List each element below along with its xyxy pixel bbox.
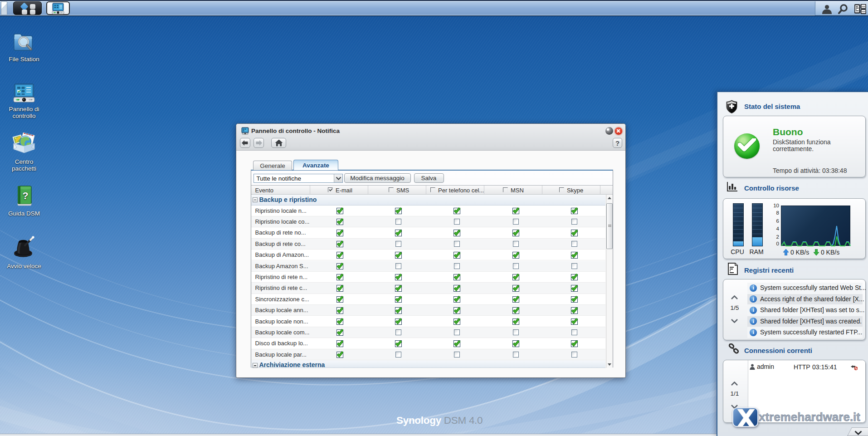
svg-text:?: ? bbox=[22, 190, 28, 201]
